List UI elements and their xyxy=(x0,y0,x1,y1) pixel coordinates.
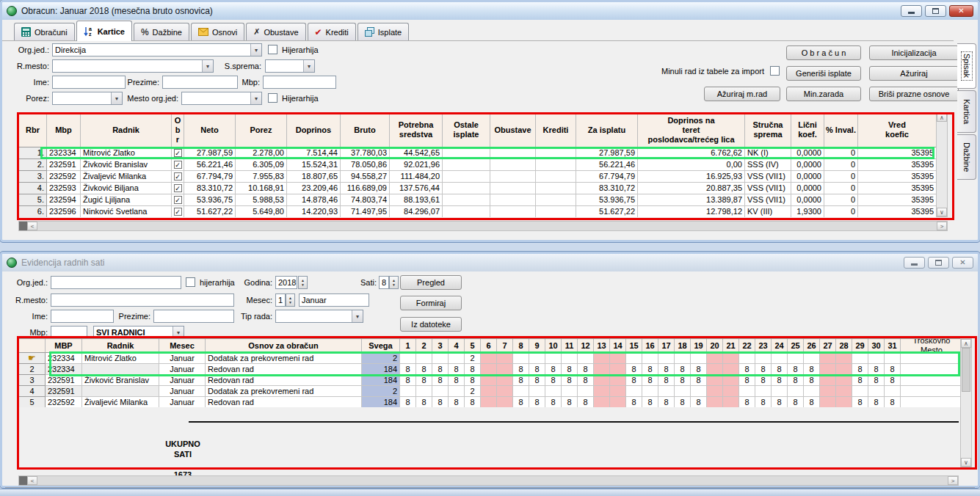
cell-osnov[interactable]: Dodatak za prekovremeni rad xyxy=(206,386,362,397)
cell-day-3[interactable]: 8 xyxy=(432,397,449,407)
iz-datoteke-button[interactable]: Iz datoteke xyxy=(400,317,462,332)
cell-day-20[interactable] xyxy=(707,397,723,407)
cell-day-20[interactable] xyxy=(707,386,723,397)
cell-inval[interactable]: 0 xyxy=(824,147,858,159)
cell-doprinos[interactable]: 23.209,46 xyxy=(287,183,341,194)
cell-ostale[interactable] xyxy=(443,171,490,183)
chevron-down-icon[interactable]: ▾ xyxy=(250,92,261,104)
cell-day-16[interactable] xyxy=(642,353,658,364)
inicijalizacija-button[interactable]: Inicijalizacija xyxy=(869,45,959,60)
cell-porez[interactable]: 10.168,91 xyxy=(236,183,287,194)
obr-checkbox[interactable]: ✓ xyxy=(174,184,182,192)
cell-day-5[interactable]: 8 xyxy=(465,397,481,407)
cell-day-4[interactable]: 8 xyxy=(449,364,465,375)
org-jed-combo[interactable]: Direkcija▾ xyxy=(52,43,262,56)
cell-radnik[interactable] xyxy=(82,386,159,397)
cell-day-30[interactable]: 8 xyxy=(868,364,885,375)
cell-porez[interactable]: 2.278,00 xyxy=(236,147,287,159)
cell-licni[interactable]: 0,0000 xyxy=(791,183,824,194)
cell-osnov[interactable]: Redovan rad xyxy=(206,364,362,375)
cell-obustave[interactable] xyxy=(490,194,536,206)
cell-day-20[interactable] xyxy=(707,364,723,375)
cell-licni[interactable]: 0,0000 xyxy=(791,159,824,171)
cell-radnik[interactable] xyxy=(82,364,159,375)
cell-osnov[interactable]: Redovan rad xyxy=(206,375,362,386)
cell-day-18[interactable] xyxy=(675,386,691,397)
sati-spinner[interactable]: ▲▼ xyxy=(389,276,399,289)
cell-obr[interactable]: ✓ xyxy=(172,194,184,206)
cell-svega[interactable]: 2 xyxy=(362,353,400,364)
column-header-mbp[interactable]: MBP xyxy=(46,339,82,353)
column-header-vred[interactable]: Vred koefic xyxy=(858,113,936,147)
table-row[interactable]: 2.232591Živković Branislav✓56.221,466.30… xyxy=(19,159,936,171)
cell-osnov[interactable]: Dodatak za prekovremeni rad xyxy=(206,353,362,364)
cell-day-28[interactable] xyxy=(836,375,852,386)
cell-day-11[interactable]: 8 xyxy=(562,397,578,407)
column-header-neto[interactable]: Neto xyxy=(184,113,236,147)
side-tab-kartica[interactable]: Kartica xyxy=(957,90,976,133)
minimize-button[interactable] xyxy=(904,257,925,269)
cell-obr[interactable]: ✓ xyxy=(172,159,184,171)
cell-day-28[interactable] xyxy=(836,397,852,407)
cell-day-13[interactable] xyxy=(594,364,610,375)
cell-day-19[interactable]: 8 xyxy=(691,364,707,375)
azuriraj-button[interactable]: Ažuriraj xyxy=(869,66,959,81)
ime-input[interactable] xyxy=(52,76,126,89)
cell-obr[interactable]: ✓ xyxy=(172,206,184,217)
cell-day-19[interactable]: 8 xyxy=(691,375,707,386)
cell-day-17[interactable]: 8 xyxy=(658,397,675,407)
cell-day-15[interactable] xyxy=(626,353,642,364)
tab-obracuni[interactable]: Obračuni xyxy=(14,23,75,40)
cell-neto[interactable]: 51.627,22 xyxy=(184,206,236,217)
scroll-thumb[interactable] xyxy=(19,476,27,485)
cell-day-28[interactable] xyxy=(836,386,852,397)
cell-obustave[interactable] xyxy=(490,147,536,159)
cell-ostale[interactable] xyxy=(443,147,490,159)
cell-day-29[interactable] xyxy=(852,386,868,397)
cell-za_isplatu[interactable]: 56.221,46 xyxy=(576,159,638,171)
scroll-left-icon[interactable]: < xyxy=(27,222,37,230)
cell-day-25[interactable]: 8 xyxy=(788,397,804,407)
cell-day-14[interactable] xyxy=(610,364,626,375)
chevron-down-icon[interactable]: ▾ xyxy=(303,60,314,72)
cell-ostale[interactable] xyxy=(443,159,490,171)
table-row[interactable]: 4232591JanuarDodatak za prekovremeni rad… xyxy=(19,386,960,397)
obr-checkbox[interactable]: ✓ xyxy=(174,196,182,204)
cell-svega[interactable]: 2 xyxy=(362,386,400,397)
cell-day-27[interactable] xyxy=(820,353,836,364)
cell-day-21[interactable] xyxy=(723,386,739,397)
cell-radnik[interactable]: Mitrović Zlatko xyxy=(81,147,172,159)
mesec-input[interactable]: 1 xyxy=(275,293,286,307)
column-header-day-27[interactable]: 27 xyxy=(820,339,836,353)
table-row[interactable]: 5.232594Žugić Ljiljana✓53.936,755.988,53… xyxy=(19,194,936,206)
cell-row-selector[interactable]: 5 xyxy=(19,397,46,407)
chevron-down-icon[interactable]: ▾ xyxy=(173,327,184,338)
cell-licni[interactable]: 0,0000 xyxy=(791,171,824,183)
scroll-left-icon[interactable]: < xyxy=(27,476,37,485)
cell-svega[interactable]: 184 xyxy=(362,364,400,375)
cell-strucna[interactable]: VSS (VII1) xyxy=(745,183,791,194)
cell-row-selector[interactable]: 2 xyxy=(19,364,46,375)
cell-day-12[interactable] xyxy=(578,386,594,397)
cell-day-29[interactable] xyxy=(852,353,868,364)
cell-teret[interactable]: 20.887,35 xyxy=(638,183,745,194)
scroll-up-icon[interactable]: ∧ xyxy=(937,113,947,122)
cell-day-22[interactable] xyxy=(739,353,755,364)
cell-day-15[interactable] xyxy=(626,386,642,397)
cell-radnik[interactable]: Živaljević Milanka xyxy=(81,171,172,183)
cell-bruto[interactable]: 116.689,09 xyxy=(341,183,390,194)
cell-radnik[interactable]: Ninković Svetlana xyxy=(81,206,172,217)
mbp-input[interactable] xyxy=(51,326,87,339)
hijerarhija2-checkbox[interactable] xyxy=(268,93,277,103)
cell-day-23[interactable] xyxy=(755,386,772,397)
minuli-rad-checkbox[interactable] xyxy=(770,66,780,76)
scroll-thumb[interactable] xyxy=(962,348,970,392)
cell-day-2[interactable]: 8 xyxy=(416,375,432,386)
table-row[interactable]: 5232592Živaljević MilankaJanuarRedovan r… xyxy=(19,397,960,407)
cell-mbp[interactable]: 232591 xyxy=(47,159,81,171)
obr-checkbox[interactable]: ✓ xyxy=(174,172,182,180)
cell-troskovno[interactable] xyxy=(901,386,960,397)
evidencija-titlebar[interactable]: Evidencija radnih sati ✕ xyxy=(2,254,978,271)
column-header-mesec[interactable]: Mesec xyxy=(159,339,206,353)
sati-input[interactable]: 8 xyxy=(379,276,389,289)
